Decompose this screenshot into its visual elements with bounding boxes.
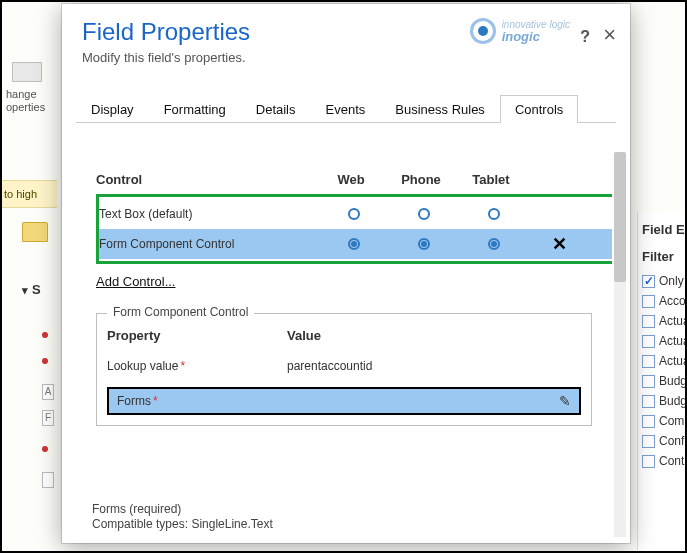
footnote: Forms (required) Compatible types: Singl…	[92, 502, 273, 533]
pencil-icon[interactable]: ✎	[559, 393, 571, 409]
brand-ring-icon	[470, 18, 496, 44]
control-row-textbox[interactable]: Text Box (default)	[99, 199, 612, 229]
close-button[interactable]: ×	[603, 24, 616, 46]
scrollbar-thumb[interactable]	[614, 152, 626, 282]
tab-controls[interactable]: Controls	[500, 95, 578, 123]
folder-icon	[22, 222, 48, 242]
prop-lookup-value-row[interactable]: Lookup value* parentaccountid	[107, 353, 581, 379]
tab-strip: Display Formatting Details Events Busine…	[76, 95, 616, 123]
field-checkbox[interactable]	[642, 455, 655, 468]
form-component-control-group: Form Component Control Property Value Lo…	[96, 313, 592, 426]
filter-label: Filter	[638, 241, 685, 268]
col-tablet: Tablet	[472, 172, 509, 187]
col-value: Value	[287, 328, 581, 343]
prop-lookup-label: Lookup value*	[107, 359, 287, 373]
fcc-legend: Form Component Control	[107, 305, 254, 319]
field-checkbox[interactable]	[642, 415, 655, 428]
prop-forms-row[interactable]: Forms* ✎	[107, 387, 581, 415]
tab-details[interactable]: Details	[241, 95, 311, 123]
radio-fcc-phone[interactable]	[418, 238, 430, 250]
field-item[interactable]: Actua	[638, 348, 685, 368]
radio-textbox-phone[interactable]	[418, 208, 430, 220]
controls-table: Control Web Phone Tablet Text Box (defau…	[96, 164, 612, 264]
field-item[interactable]: Budge	[638, 368, 685, 388]
bg-section-header: S	[22, 282, 41, 297]
brand-logo: innovative logic inogic	[470, 18, 570, 44]
ribbon-icon	[12, 62, 42, 82]
col-phone: Phone	[401, 172, 441, 187]
only-checkbox[interactable]	[642, 275, 655, 288]
field-explorer-title: Field Ex	[638, 212, 685, 241]
radio-fcc-web[interactable]	[348, 238, 360, 250]
field-item[interactable]: Actua	[638, 328, 685, 348]
tab-events[interactable]: Events	[311, 95, 381, 123]
tab-display[interactable]: Display	[76, 95, 149, 123]
bg-ribbon-btn: hange operties	[2, 42, 57, 142]
ribbon-label: operties	[6, 101, 57, 114]
field-item[interactable]: Contr	[638, 448, 685, 468]
radio-fcc-tablet[interactable]	[488, 238, 500, 250]
col-property: Property	[107, 328, 287, 343]
bg-field-markers: A F	[42, 312, 56, 498]
remove-control-button[interactable]: ✕	[552, 233, 567, 255]
radio-textbox-web[interactable]	[348, 208, 360, 220]
filter-only-row[interactable]: Only	[638, 268, 685, 288]
bg-info-band: to high	[2, 180, 57, 208]
field-checkbox[interactable]	[642, 375, 655, 388]
field-checkbox[interactable]	[642, 355, 655, 368]
col-control: Control	[96, 172, 316, 187]
field-properties-dialog: innovative logic inogic ? × Field Proper…	[62, 4, 630, 543]
col-web: Web	[337, 172, 364, 187]
control-label: Text Box (default)	[99, 207, 319, 221]
control-label: Form Component Control	[99, 237, 319, 251]
dialog-subtitle: Modify this field's properties.	[82, 50, 610, 65]
ribbon-label: hange	[6, 88, 57, 101]
prop-forms-label: Forms*	[117, 394, 158, 408]
only-label: Only	[659, 274, 684, 288]
add-control-link[interactable]: Add Control...	[96, 274, 176, 289]
prop-lookup-value: parentaccountid	[287, 359, 581, 373]
field-item[interactable]: Confi	[638, 428, 685, 448]
field-explorer-panel: Field Ex Filter Only Accou Actua Actua A…	[637, 212, 685, 552]
field-item[interactable]: Budge	[638, 388, 685, 408]
field-item[interactable]: Comp	[638, 408, 685, 428]
help-button[interactable]: ?	[580, 28, 590, 46]
highlight-box: Text Box (default) Form Component Contro…	[96, 194, 612, 264]
control-row-form-component[interactable]: Form Component Control ✕	[99, 229, 612, 259]
field-item[interactable]: Actua	[638, 308, 685, 328]
field-checkbox[interactable]	[642, 295, 655, 308]
radio-textbox-tablet[interactable]	[488, 208, 500, 220]
field-checkbox[interactable]	[642, 335, 655, 348]
tab-formatting[interactable]: Formatting	[149, 95, 241, 123]
field-checkbox[interactable]	[642, 395, 655, 408]
field-checkbox[interactable]	[642, 435, 655, 448]
field-checkbox[interactable]	[642, 315, 655, 328]
tab-business-rules[interactable]: Business Rules	[380, 95, 500, 123]
field-item[interactable]: Accou	[638, 288, 685, 308]
